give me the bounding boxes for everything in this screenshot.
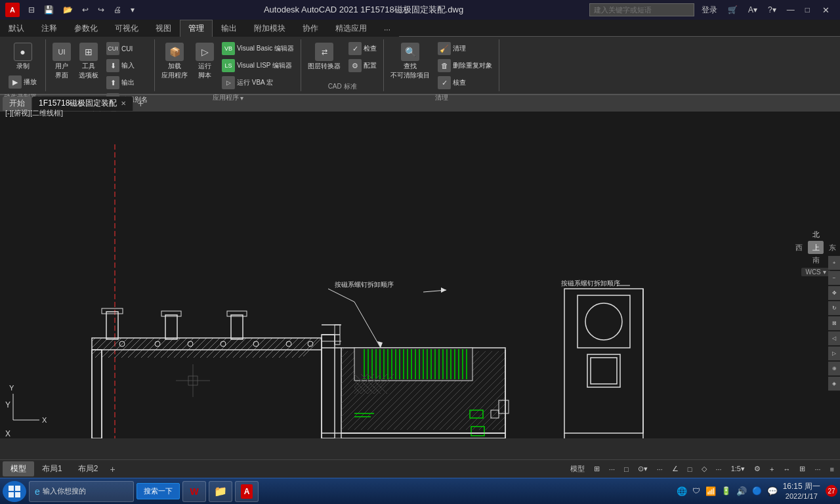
quick-save-btn[interactable]: 💾	[41, 4, 57, 16]
compass-top-btn[interactable]: 上	[808, 241, 824, 254]
nav-zoom-out-btn[interactable]: −	[828, 271, 840, 285]
del-dup-btn[interactable]: 🗑 删除重复对象	[435, 58, 495, 74]
taskbar-search[interactable]: e 输入你想搜的	[29, 481, 134, 502]
quick-open-btn[interactable]: 📂	[60, 4, 76, 16]
ortho-btn[interactable]: □	[621, 464, 632, 474]
osnap-btn[interactable]: ···	[654, 464, 666, 474]
undo-btn[interactable]: ↩	[79, 4, 92, 16]
redo-btn[interactable]: ↪	[94, 4, 108, 16]
time-display[interactable]: 16:15 周一 2022/1/17	[783, 482, 820, 501]
autocad-logo: A	[5, 3, 20, 17]
tool-palette-btn[interactable]: ⊞ 工具选项板	[76, 41, 101, 82]
restore-btn[interactable]: □	[802, 4, 813, 16]
vba-run-btn[interactable]: ▷ 运行 VBA 宏	[219, 75, 297, 91]
minimize-btn[interactable]: —	[784, 4, 798, 16]
security-icon[interactable]: 🛡	[692, 486, 700, 495]
search-input[interactable]	[589, 3, 694, 16]
acad-letter-btn[interactable]: A▾	[745, 4, 761, 16]
tab-featured[interactable]: 精选应用	[327, 20, 375, 37]
menu-btn[interactable]: ≡	[827, 464, 837, 474]
add-layout-btn[interactable]: +	[106, 463, 119, 476]
nav-extents-btn[interactable]: ⊠	[828, 316, 840, 331]
taskbar-folder[interactable]: 📁	[209, 481, 232, 502]
run-script-btn[interactable]: ▷ 运行脚本	[193, 41, 217, 82]
tab-parametric[interactable]: 参数化	[66, 20, 106, 37]
nav-zoom-in-btn[interactable]: +	[828, 256, 840, 270]
tab-manage[interactable]: 管理	[180, 20, 213, 37]
nav-next-btn[interactable]: ▷	[828, 346, 840, 361]
plus-btn[interactable]: +	[766, 464, 777, 474]
search-go-btn[interactable]: 搜索一下	[136, 483, 180, 499]
tab-default[interactable]: 默认	[0, 20, 33, 37]
polar-btn[interactable]: ⊙▾	[635, 463, 651, 474]
network-status-icon[interactable]: 🌐	[677, 486, 687, 496]
more-quick-btn[interactable]: ▾	[127, 4, 138, 16]
notification-badge[interactable]: 27	[826, 485, 837, 497]
export-btn[interactable]: ⬆ 输出	[104, 75, 150, 91]
layer-trans-btn[interactable]: ⇄ 图层转换器	[305, 41, 343, 73]
fit-btn[interactable]: ↔	[780, 464, 793, 474]
snap-btn[interactable]: ···	[606, 464, 618, 474]
more2-btn[interactable]: ···	[811, 464, 824, 474]
transparency-btn[interactable]: ◇	[698, 463, 710, 474]
viewport-btn[interactable]: ⊞	[796, 463, 808, 474]
tab-drawing-close[interactable]: ✕	[121, 100, 126, 107]
model-toggle-btn[interactable]: 模型	[567, 463, 588, 475]
menu-file-btn[interactable]: ⊟	[25, 4, 38, 16]
find-unclearable-btn[interactable]: 🔍 查找不可清除项目	[388, 41, 432, 82]
record-btn[interactable]: ● 录制	[6, 41, 39, 73]
user-interface-btn[interactable]: UI 用户界面	[50, 41, 74, 82]
drawing-area[interactable]: 北 西 上 东 南 WCS ▾ + − ✥ ↻ ⊠ ◁ ▷ ⊕ ◈ Y X	[0, 112, 840, 438]
play-btn[interactable]: ▶ 播放	[6, 74, 39, 90]
bluetooth-icon[interactable]: 🔵	[752, 486, 762, 495]
status-tab-layout1[interactable]: 布局1	[34, 461, 70, 476]
cad-drawing[interactable]: Y X	[0, 112, 840, 438]
settings-btn[interactable]: ⚙	[751, 463, 764, 474]
help-btn[interactable]: ?▾	[765, 4, 780, 16]
tab-addons[interactable]: 附加模块	[245, 20, 294, 37]
status-tab-layout2[interactable]: 布局2	[70, 461, 106, 476]
cui-btn[interactable]: CUI CUI	[104, 41, 150, 56]
config-btn[interactable]: ⚙ 配置	[346, 58, 379, 74]
start-btn[interactable]	[3, 481, 26, 502]
group-label-text-cad: CAD 标准	[328, 82, 357, 91]
nav-orbit-btn[interactable]: ↻	[828, 301, 840, 316]
nav-steer-btn[interactable]: ⊕	[828, 362, 840, 376]
tab-visual[interactable]: 可视化	[106, 20, 147, 37]
vb-editor-btn[interactable]: VB Visual Basic 编辑器	[219, 41, 297, 56]
check-btn[interactable]: ✓ 检查	[346, 41, 379, 56]
taskbar-autocad[interactable]: A	[235, 481, 259, 502]
new-tab-btn[interactable]: +	[133, 96, 148, 111]
volume-icon[interactable]: 🔊	[736, 486, 747, 496]
load-app-btn[interactable]: 📦 加载应用程序	[159, 41, 190, 82]
app-expand-icon[interactable]: ▾	[240, 94, 243, 102]
lisp-editor-btn[interactable]: LS Visual LISP 编辑器	[219, 58, 297, 74]
tab-more[interactable]: ···	[375, 22, 399, 37]
more-tools-btn[interactable]: ···	[713, 464, 725, 474]
grid-btn[interactable]: ⊞	[591, 463, 603, 474]
nav-show-btn[interactable]: ◈	[828, 377, 840, 391]
wifi-icon[interactable]: 📶	[705, 486, 716, 496]
taskbar-wps[interactable]: W	[182, 481, 206, 502]
tab-collab[interactable]: 协作	[294, 20, 327, 37]
login-btn[interactable]: 登录	[698, 3, 721, 17]
audit-btn[interactable]: ✓ 核查	[435, 75, 495, 91]
tab-view[interactable]: 视图	[147, 20, 180, 37]
otrack-btn[interactable]: ∠	[669, 463, 682, 474]
close-btn[interactable]: ✕	[817, 4, 835, 16]
print-btn[interactable]: 🖨	[110, 4, 125, 16]
tab-output[interactable]: 输出	[213, 20, 245, 37]
wechat-icon[interactable]: 💬	[767, 486, 778, 496]
status-tab-model[interactable]: 模型	[3, 461, 34, 476]
lineweight-btn[interactable]: □	[684, 464, 696, 474]
purge-btn[interactable]: 🧹 清理	[435, 41, 495, 56]
import-btn[interactable]: ⬇ 输入	[104, 58, 150, 74]
scale-btn[interactable]: 1:5▾	[728, 463, 748, 474]
nav-prev-btn[interactable]: ◁	[828, 331, 840, 346]
ribbon-group-app: 📦 加载应用程序 ▷ 运行脚本 VB Visual Basic 编辑器 LS V…	[155, 39, 301, 91]
shop-btn[interactable]: 🛒	[724, 4, 741, 16]
tab-annotation[interactable]: 注释	[33, 20, 66, 37]
nav-pan-btn[interactable]: ✥	[828, 286, 840, 301]
compass-wcs[interactable]: WCS ▾	[801, 268, 830, 276]
power-icon[interactable]: 🔋	[721, 486, 731, 495]
